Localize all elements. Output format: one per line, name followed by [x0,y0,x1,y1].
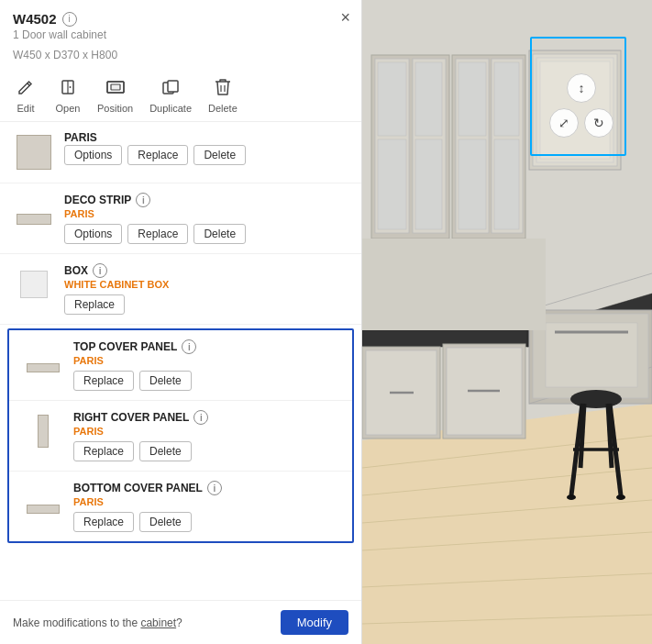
position-icon [103,74,128,100]
left-panel: W4502 i × 1 Door wall cabinet W450 x D37… [0,0,362,644]
component-info: TOP COVER PANEL i PARIS Replace Delete [73,339,339,391]
list-item: PARIS Options Replace Delete [0,122,361,183]
resize-control-button[interactable]: ⤢ [549,108,579,138]
component-thumb [13,193,55,235]
bottom-cover-info-icon[interactable]: i [207,481,222,495]
btn-group: Replace Delete [73,512,339,532]
svg-rect-61 [362,239,546,330]
panel-h-thumb [17,214,51,225]
component-subtitle: PARIS [64,208,348,219]
replace-button[interactable]: Replace [127,145,188,165]
transform-controls-row: ⤢ ↻ [549,108,613,138]
component-thumb [13,263,55,305]
modify-button[interactable]: Modify [281,610,348,635]
component-name: BOTTOM COVER PANEL i [73,481,339,495]
delete-button[interactable]: Delete [193,224,246,244]
component-subtitle: PARIS [73,426,339,437]
svg-point-60 [616,494,625,500]
component-subtitle: WHITE CABINET BOX [64,279,348,290]
btn-group: Replace Delete [73,371,339,391]
svg-point-53 [570,390,622,408]
btn-group: Options Replace Delete [64,224,348,244]
pencil-icon [13,74,39,100]
panel-body: PARIS Options Replace Delete DECO STRIP … [0,122,361,600]
close-button[interactable]: × [340,9,350,26]
panel-header: W4502 i × 1 Door wall cabinet W450 x D37… [0,0,361,122]
toolbar-item-delete[interactable]: Delete [208,74,238,114]
right-cover-info-icon[interactable]: i [193,410,208,425]
toolbar-edit-label: Edit [17,103,35,114]
component-name: TOP COVER PANEL i [73,339,339,354]
top-cover-info-icon[interactable]: i [182,339,196,354]
replace-button[interactable]: Replace [73,371,134,391]
delete-button[interactable]: Delete [193,145,246,165]
svg-rect-8 [111,84,120,90]
toolbar-open-label: Open [56,103,81,114]
deco-strip-info-icon[interactable]: i [136,193,150,207]
delete-button[interactable]: Delete [139,371,192,391]
right-panel: ↕ ⤢ ↻ [362,0,652,644]
svg-rect-34 [494,139,519,229]
component-info: BOTTOM COVER PANEL i PARIS Replace Delet… [73,481,339,532]
svg-rect-26 [415,62,442,136]
component-subtitle: PARIS [73,355,339,366]
options-button[interactable]: Options [64,224,122,244]
component-info: PARIS Options Replace Delete [64,131,348,165]
panel-dimensions: W450 x D370 x H800 [13,49,348,61]
title-info-icon[interactable]: i [62,12,77,27]
door-thumb [17,135,51,170]
move-control-button[interactable]: ↕ [567,73,596,103]
panel-subtitle: 1 Door wall cabinet [13,28,348,41]
options-button[interactable]: Options [64,145,122,165]
toolbar-duplicate-label: Duplicate [149,103,192,114]
svg-rect-27 [415,139,442,229]
component-name: PARIS [64,131,348,144]
box-thumb [20,271,48,298]
component-name: RIGHT COVER PANEL i [73,410,339,425]
panel-flat-thumb [27,363,60,372]
component-thumb [22,339,64,382]
btn-group: Replace Delete [73,441,339,461]
replace-button[interactable]: Replace [73,441,134,461]
footer-link: cabinet [140,616,176,629]
toolbar-item-open[interactable]: Open [55,74,81,114]
btn-group: Replace [64,294,348,315]
svg-rect-33 [494,62,519,136]
svg-rect-31 [459,62,486,136]
toolbar-item-duplicate[interactable]: Duplicate [149,74,192,114]
component-subtitle: PARIS [73,496,339,507]
toolbar-position-label: Position [97,103,133,114]
delete-button[interactable]: Delete [139,441,192,461]
duplicate-icon [158,74,183,100]
svg-rect-32 [459,139,486,229]
list-item: RIGHT COVER PANEL i PARIS Replace Delete [9,401,352,472]
toolbar-item-position[interactable]: Position [97,74,133,114]
replace-button[interactable]: Replace [127,224,188,244]
toolbar-delete-label: Delete [208,103,238,114]
component-thumb [22,410,64,452]
controls-overlay: ↕ ⤢ ↻ [549,73,613,138]
component-info: RIGHT COVER PANEL i PARIS Replace Delete [73,410,339,461]
footer-text: Make modifications to the cabinet? [13,616,182,629]
component-info: BOX i WHITE CABINET BOX Replace [64,263,348,315]
panel-footer: Make modifications to the cabinet? Modif… [0,600,361,644]
btn-group: Options Replace Delete [64,145,348,165]
list-item: DECO STRIP i PARIS Options Replace Delet… [0,183,361,254]
svg-rect-25 [378,139,406,229]
box-info-icon[interactable]: i [93,263,107,278]
delete-button[interactable]: Delete [139,512,192,532]
toolbar: Edit Open [13,69,348,114]
component-thumb [22,481,64,523]
component-name: DECO STRIP i [64,193,348,207]
panel-title: W4502 [13,11,57,27]
list-item: BOX i WHITE CABINET BOX Replace [0,254,361,325]
panel-v-thumb [38,415,49,448]
door-open-icon [55,74,81,100]
component-name: BOX i [64,263,348,278]
replace-button[interactable]: Replace [64,294,125,315]
blue-group-section: TOP COVER PANEL i PARIS Replace Delete [7,328,354,543]
replace-button[interactable]: Replace [73,512,134,532]
rotate-control-button[interactable]: ↻ [584,108,613,138]
trash-icon [210,74,236,100]
toolbar-item-edit[interactable]: Edit [13,74,39,114]
